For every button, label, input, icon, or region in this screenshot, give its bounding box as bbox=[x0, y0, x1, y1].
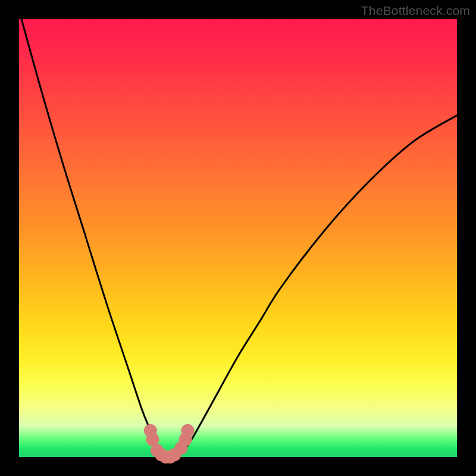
watermark-label: TheBottleneck.com bbox=[361, 4, 470, 18]
plot-background bbox=[19, 19, 457, 457]
outer-frame: TheBottleneck.com bbox=[0, 0, 476, 476]
